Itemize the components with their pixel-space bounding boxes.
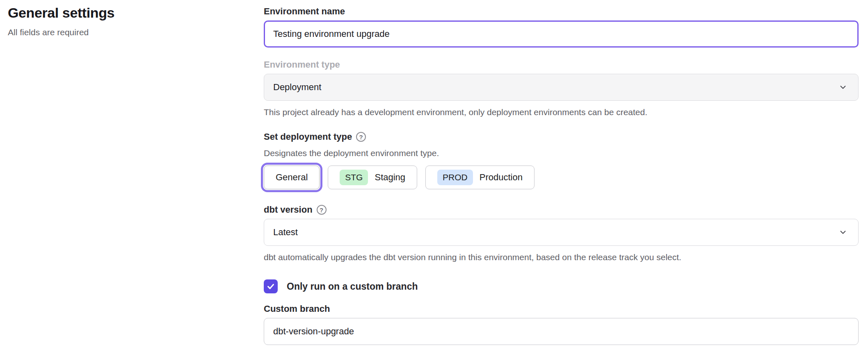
settings-header: General settings All fields are required xyxy=(0,0,264,354)
environment-type-value: Deployment xyxy=(273,82,321,93)
environment-name-input[interactable] xyxy=(264,20,859,48)
custom-branch-toggle-label[interactable]: Only run on a custom branch xyxy=(287,281,418,292)
help-icon[interactable]: ? xyxy=(356,132,366,142)
field-deployment-type: Set deployment type ? Designates the dep… xyxy=(264,131,859,189)
custom-branch-input[interactable] xyxy=(264,318,859,345)
deployment-type-options: General STG Staging PROD Production xyxy=(264,166,859,189)
field-dbt-version: dbt version ? Latest dbt automatically u… xyxy=(264,204,859,263)
chevron-down-icon xyxy=(838,228,847,237)
deployment-type-general-label: General xyxy=(276,172,308,183)
field-environment-type: Environment type Deployment This project… xyxy=(264,59,859,118)
deployment-type-production-button[interactable]: PROD Production xyxy=(425,166,535,189)
dbt-version-label: dbt version xyxy=(264,204,313,216)
page-title: General settings xyxy=(8,5,264,21)
field-environment-name: Environment name xyxy=(264,6,859,48)
environment-name-label: Environment name xyxy=(264,6,345,17)
custom-branch-checkbox[interactable] xyxy=(264,279,278,293)
page-subtitle: All fields are required xyxy=(8,27,264,37)
environment-settings-form: Environment name Environment type Deploy… xyxy=(264,0,859,354)
production-badge: PROD xyxy=(437,170,473,185)
dbt-version-select[interactable]: Latest xyxy=(264,219,859,246)
field-custom-branch: Custom branch xyxy=(264,303,859,345)
deployment-type-staging-label: Staging xyxy=(375,172,405,183)
dbt-version-value: Latest xyxy=(273,227,298,238)
chevron-down-icon xyxy=(838,83,847,92)
environment-type-helper: This project already has a development e… xyxy=(264,107,859,118)
check-icon xyxy=(266,282,275,291)
environment-type-label: Environment type xyxy=(264,59,340,70)
deployment-type-staging-button[interactable]: STG Staging xyxy=(328,166,417,189)
deployment-type-production-label: Production xyxy=(480,172,523,183)
deployment-type-label: Set deployment type xyxy=(264,131,352,143)
field-custom-branch-toggle: Only run on a custom branch xyxy=(264,279,859,293)
environment-type-select[interactable]: Deployment xyxy=(264,74,859,101)
custom-branch-label: Custom branch xyxy=(264,303,330,315)
dbt-version-helper: dbt automatically upgrades the dbt versi… xyxy=(264,252,859,263)
deployment-type-helper: Designates the deployment environment ty… xyxy=(264,148,859,159)
staging-badge: STG xyxy=(340,170,368,185)
help-icon[interactable]: ? xyxy=(317,205,327,215)
deployment-type-general-button[interactable]: General xyxy=(264,166,320,189)
